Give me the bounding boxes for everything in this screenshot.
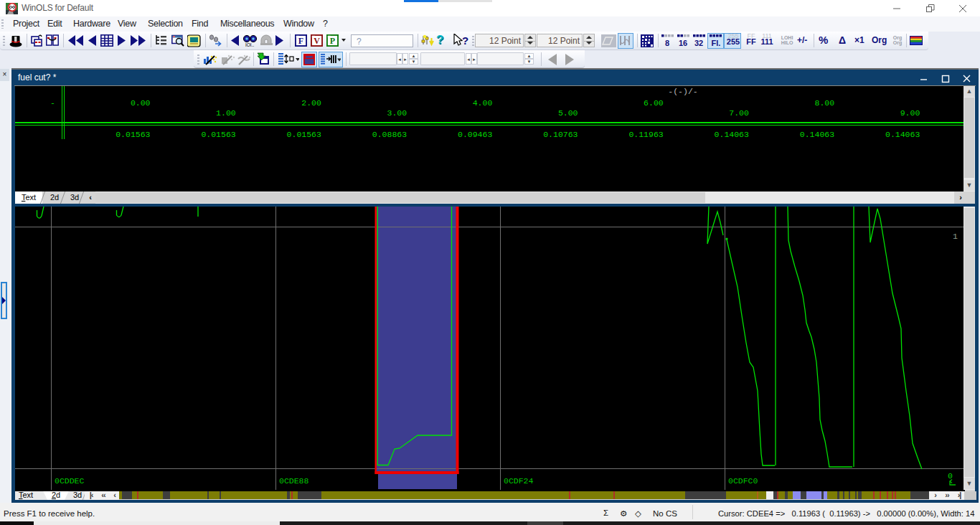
svg-text:8: 8 bbox=[665, 39, 669, 47]
svg-text:?: ? bbox=[462, 34, 468, 47]
svg-text:0: 0 bbox=[948, 471, 953, 481]
svg-text:32: 32 bbox=[694, 39, 703, 47]
svg-text:0CDDEC: 0CDDEC bbox=[55, 476, 85, 486]
svg-text:Fl.: Fl. bbox=[712, 39, 721, 47]
svg-text:0CDF24: 0CDF24 bbox=[504, 476, 534, 486]
svg-text:1: 1 bbox=[953, 232, 958, 241]
svg-text:16: 16 bbox=[679, 39, 687, 47]
svg-text:0CDE88: 0CDE88 bbox=[279, 476, 309, 486]
svg-text:IOI..: IOI.. bbox=[245, 42, 254, 47]
svg-text:0CDFC0: 0CDFC0 bbox=[728, 476, 758, 486]
svg-text:P: P bbox=[330, 36, 335, 46]
svg-text:V: V bbox=[314, 36, 320, 46]
svg-text:F: F bbox=[298, 36, 303, 46]
